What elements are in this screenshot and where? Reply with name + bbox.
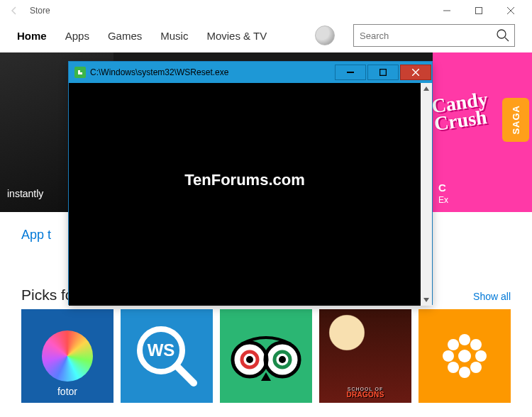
fotor-icon — [42, 330, 93, 382]
svg-point-25 — [458, 350, 471, 362]
watermark-text: TenForums.com — [184, 171, 305, 189]
svg-text:WS: WS — [148, 340, 175, 360]
app-tile-wordsearch[interactable]: WS — [121, 309, 213, 403]
console-close-button[interactable] — [400, 65, 431, 80]
console-maximize-button[interactable] — [367, 65, 399, 80]
svg-rect-26 — [347, 72, 354, 73]
console-canvas: TenForums.com — [69, 83, 421, 306]
picks-row: fotor WS SCHOOL OF DRAGONS — [0, 309, 532, 403]
app-tile-orange[interactable] — [419, 309, 511, 403]
search-input[interactable] — [354, 25, 514, 46]
subnav-app-link[interactable]: App t — [21, 228, 51, 243]
hero-right-caption: C — [438, 182, 446, 194]
console-title-text: C:\Windows\system32\WSReset.exe — [90, 67, 334, 77]
nav-movies[interactable]: Movies & TV — [206, 30, 267, 42]
gotomeeting-icon — [440, 331, 489, 381]
svg-line-5 — [505, 38, 509, 41]
minimize-button[interactable] — [431, 0, 462, 21]
wordsearch-icon: WS — [131, 321, 202, 391]
tripadvisor-icon — [227, 331, 305, 381]
close-button[interactable] — [494, 0, 526, 21]
svg-line-8 — [177, 366, 194, 383]
nav-games[interactable]: Games — [108, 30, 142, 42]
svg-point-17 — [459, 334, 470, 345]
svg-point-4 — [497, 30, 506, 38]
fotor-label: fotor — [21, 386, 113, 397]
window-title: Store — [30, 6, 431, 16]
scroll-track[interactable] — [421, 94, 432, 294]
console-minimize-button[interactable] — [335, 65, 366, 80]
svg-point-24 — [470, 362, 482, 373]
search-icon[interactable] — [496, 28, 510, 45]
console-body: TenForums.com — [69, 83, 432, 306]
svg-rect-1 — [475, 8, 482, 14]
app-tile-tripadvisor[interactable] — [220, 309, 312, 403]
svg-point-21 — [448, 339, 459, 350]
user-avatar[interactable] — [315, 26, 335, 45]
svg-point-20 — [475, 350, 487, 362]
candy-crush-logo: Candy Crush — [433, 90, 491, 133]
app-tile-fotor[interactable]: fotor — [21, 309, 113, 403]
top-nav: Home Apps Games Music Movies & TV — [0, 21, 532, 52]
maximize-button[interactable] — [462, 0, 494, 21]
dragons-art: SCHOOL OF DRAGONS — [319, 309, 411, 403]
console-scrollbar[interactable] — [421, 83, 432, 306]
app-tile-dragons[interactable]: SCHOOL OF DRAGONS — [319, 309, 411, 403]
picks-show-all[interactable]: Show all — [473, 291, 511, 302]
back-button[interactable] — [6, 2, 23, 19]
console-app-icon — [74, 67, 86, 78]
scroll-up-button[interactable] — [421, 83, 432, 94]
hero-slide-right[interactable]: Candy Crush SAGA C Ex — [433, 52, 532, 212]
svg-point-23 — [448, 362, 459, 373]
nav-home[interactable]: Home — [17, 30, 47, 42]
svg-point-18 — [459, 367, 470, 378]
svg-rect-27 — [380, 70, 387, 76]
store-title-bar: Store — [0, 0, 532, 21]
search-box[interactable] — [353, 24, 515, 47]
svg-point-16 — [279, 356, 286, 363]
scroll-down-button[interactable] — [421, 294, 432, 306]
console-window[interactable]: C:\Windows\system32\WSReset.exe TenForum… — [68, 61, 433, 305]
hero-left-caption: instantly — [7, 188, 43, 199]
nav-apps[interactable]: Apps — [65, 30, 89, 42]
hero-right-subcaption: Ex — [438, 195, 448, 205]
svg-point-22 — [470, 339, 482, 350]
nav-music[interactable]: Music — [160, 30, 188, 42]
console-title-bar[interactable]: C:\Windows\system32\WSReset.exe — [69, 62, 432, 83]
saga-badge: SAGA — [502, 98, 529, 142]
svg-point-15 — [246, 356, 253, 363]
svg-point-19 — [443, 350, 454, 362]
